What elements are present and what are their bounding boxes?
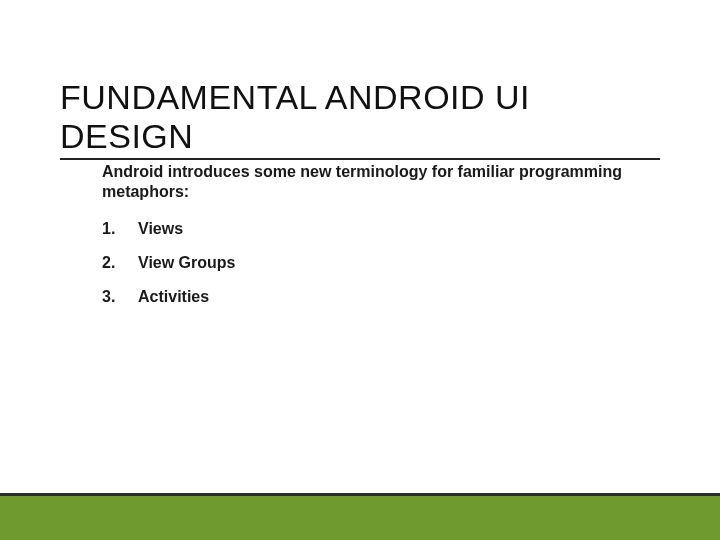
- list-item: 3. Activities: [102, 288, 660, 306]
- list-label: View Groups: [138, 254, 236, 272]
- list-label: Activities: [138, 288, 209, 306]
- intro-text: Android introduces some new terminology …: [102, 162, 660, 202]
- footer-bar: [0, 496, 720, 540]
- page-title: FUNDAMENTAL ANDROID UI DESIGN: [60, 78, 660, 160]
- slide-content: FUNDAMENTAL ANDROID UI DESIGN Android in…: [0, 0, 720, 306]
- list-number: 3.: [102, 288, 138, 306]
- list-item: 1. Views: [102, 220, 660, 238]
- list-number: 1.: [102, 220, 138, 238]
- numbered-list: 1. Views 2. View Groups 3. Activities: [102, 220, 660, 306]
- list-label: Views: [138, 220, 183, 238]
- list-number: 2.: [102, 254, 138, 272]
- list-item: 2. View Groups: [102, 254, 660, 272]
